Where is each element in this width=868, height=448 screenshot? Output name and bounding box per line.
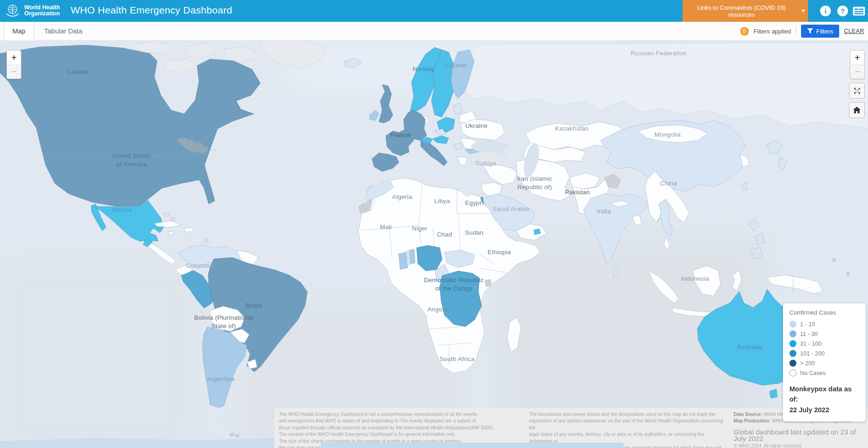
legend-color-dot bbox=[789, 360, 796, 367]
who-logo-text: World Health Organization bbox=[24, 5, 60, 17]
legend-item: 11 - 30 bbox=[789, 329, 860, 339]
copyright: © WHO 2014. All rights reserved. bbox=[734, 443, 866, 448]
legend-item-label: 31 - 100 bbox=[800, 341, 822, 347]
zoom-control-right: + − bbox=[850, 50, 865, 79]
legend-item: 1 - 10 bbox=[789, 319, 860, 329]
feedback-form-icon[interactable] bbox=[853, 7, 865, 18]
who-dashboard: World Health Organization WHO Health Eme… bbox=[0, 0, 868, 448]
toolbar: Map Tabular Data 0 Filters applied Filte… bbox=[0, 22, 868, 40]
filters-button[interactable]: Filters bbox=[801, 25, 840, 38]
legend-item-label: 1 - 10 bbox=[800, 321, 815, 328]
zoom-out-button[interactable]: − bbox=[7, 65, 21, 79]
app-header: World Health Organization WHO Health Eme… bbox=[0, 0, 868, 22]
legend-item: > 200 bbox=[789, 358, 860, 368]
who-emblem-icon bbox=[4, 2, 21, 20]
tab-tabular-data[interactable]: Tabular Data bbox=[44, 22, 82, 40]
legend-item-label: > 200 bbox=[800, 360, 815, 367]
legend-item-label: 101 - 200 bbox=[800, 350, 825, 357]
zoom-control-left: + − bbox=[7, 50, 21, 79]
zoom-out-button-right[interactable]: − bbox=[850, 65, 864, 79]
legend-color-dot bbox=[789, 350, 796, 357]
zoom-in-button-right[interactable]: + bbox=[850, 51, 864, 65]
divider bbox=[796, 26, 796, 36]
clear-filters-link[interactable]: CLEAR bbox=[844, 28, 864, 34]
filters-cluster: 0 Filters applied Filters CLEAR bbox=[740, 22, 864, 40]
map-legend: Confirmed Cases 1 - 1011 - 3031 - 100101… bbox=[783, 303, 866, 422]
legend-item-label: No Cases bbox=[800, 370, 826, 376]
legend-item: 101 - 200 bbox=[789, 349, 860, 358]
legend-item: 31 - 100 bbox=[789, 339, 860, 349]
last-updated: Global dashboard last updated on 23 of J… bbox=[734, 429, 866, 442]
filters-applied-label: Filters applied bbox=[754, 28, 791, 35]
map-area: .w{fill:#fcfdfe;stroke:#b7bec7;stroke-wi… bbox=[0, 40, 868, 448]
legend-item-label: 11 - 30 bbox=[800, 331, 818, 337]
legend-note: Monkeypox data as of: 22 July 2022 bbox=[789, 384, 860, 415]
fullscreen-button[interactable] bbox=[849, 83, 865, 99]
antarctica-band bbox=[321, 442, 624, 448]
chevron-down-icon bbox=[802, 10, 805, 12]
funnel-icon bbox=[807, 28, 813, 34]
legend-items: 1 - 1011 - 3031 - 100101 - 200> 200No Ca… bbox=[789, 319, 860, 378]
page-title: WHO Health Emergency Dashboard bbox=[71, 5, 232, 16]
covid-resources-button[interactable]: Links to Coronavirus (COVID-19) resource… bbox=[682, 0, 808, 22]
zoom-in-button[interactable]: + bbox=[7, 51, 21, 65]
expand-icon bbox=[853, 87, 861, 95]
legend-color-dot bbox=[789, 340, 796, 347]
legend-title: Confirmed Cases bbox=[789, 309, 860, 316]
help-icon[interactable]: ? bbox=[837, 6, 848, 16]
legend-color-dot bbox=[789, 321, 796, 328]
legend-color-dot bbox=[789, 330, 796, 337]
tab-map[interactable]: Map bbox=[4, 22, 34, 40]
legend-item: No Cases bbox=[789, 368, 860, 378]
world-map[interactable]: .w{fill:#fcfdfe;stroke:#b7bec7;stroke-wi… bbox=[0, 40, 868, 448]
who-logo[interactable]: World Health Organization bbox=[4, 2, 60, 20]
home-button[interactable] bbox=[849, 102, 865, 118]
legend-color-dot bbox=[789, 369, 796, 376]
filters-count-badge: 0 bbox=[740, 27, 749, 36]
home-icon bbox=[853, 106, 861, 114]
info-icon[interactable]: i bbox=[820, 6, 831, 16]
